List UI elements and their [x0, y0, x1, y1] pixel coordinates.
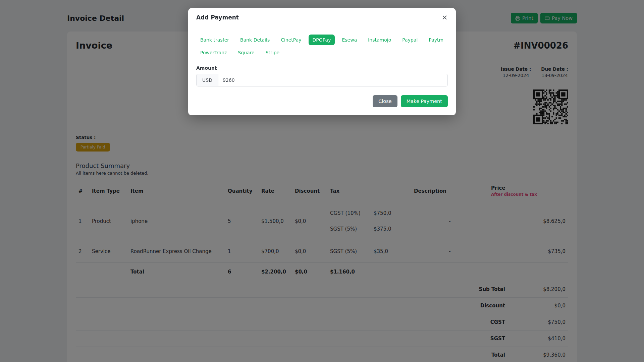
- payment-method-tab[interactable]: Square: [234, 47, 258, 58]
- payment-method-tab[interactable]: DPOPay: [309, 35, 335, 45]
- modal-body: Bank trasfer Bank Details CinetPay DPOPa…: [188, 27, 456, 86]
- modal-footer: Close Make Payment: [188, 86, 456, 115]
- payment-method-tab[interactable]: Paytm: [425, 35, 447, 45]
- payment-method-tab[interactable]: CinetPay: [277, 35, 305, 45]
- payment-method-tabs: Bank trasfer Bank Details CinetPay DPOPa…: [196, 35, 448, 58]
- payment-method-tab[interactable]: Instamojo: [364, 35, 395, 45]
- payment-method-tab[interactable]: Bank trasfer: [196, 35, 233, 45]
- make-payment-button[interactable]: Make Payment: [401, 95, 448, 107]
- payment-method-tab[interactable]: PowerTranz: [196, 47, 231, 58]
- close-icon[interactable]: ×: [442, 14, 448, 21]
- payment-method-tab[interactable]: Bank Details: [236, 35, 274, 45]
- modal-title: Add Payment: [196, 14, 239, 21]
- payment-method-tab[interactable]: Stripe: [262, 47, 284, 58]
- payment-method-tab[interactable]: Paypal: [398, 35, 422, 45]
- amount-input[interactable]: [218, 74, 448, 86]
- payment-method-tab[interactable]: Esewa: [338, 35, 361, 45]
- close-button[interactable]: Close: [373, 95, 397, 107]
- amount-input-group: USD: [196, 74, 448, 86]
- amount-label: Amount: [196, 65, 448, 71]
- add-payment-modal: Add Payment × Bank trasfer Bank Details …: [188, 8, 456, 115]
- currency-prefix: USD: [196, 74, 218, 86]
- modal-header: Add Payment ×: [188, 8, 456, 27]
